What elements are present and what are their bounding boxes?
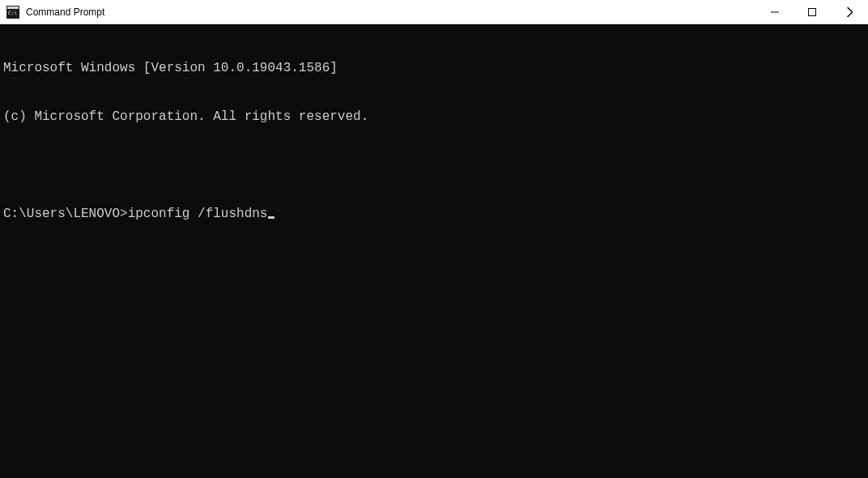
terminal-area[interactable]: Microsoft Windows [Version 10.0.19043.15…: [0, 24, 868, 478]
window-titlebar: C:\ Command Prompt: [0, 0, 868, 24]
window-title: Command Prompt: [26, 6, 104, 18]
terminal-blank-line: [3, 157, 865, 173]
terminal-prompt-line: C:\Users\LENOVO>ipconfig /flushdns: [3, 206, 865, 222]
svg-rect-1: [7, 6, 19, 9]
terminal-command: ipconfig /flushdns: [128, 206, 268, 222]
terminal-cursor: [268, 216, 274, 219]
terminal-output-line: Microsoft Windows [Version 10.0.19043.15…: [3, 60, 865, 76]
cmd-app-icon: C:\: [6, 6, 19, 19]
svg-text:C:\: C:\: [8, 10, 17, 15]
maximize-button[interactable]: [794, 0, 831, 23]
svg-rect-4: [809, 8, 816, 15]
next-button[interactable]: [831, 0, 868, 23]
titlebar-controls: [756, 0, 868, 23]
terminal-output-line: (c) Microsoft Corporation. All rights re…: [3, 109, 865, 125]
titlebar-left: C:\ Command Prompt: [0, 6, 756, 19]
terminal-prompt: C:\Users\LENOVO>: [3, 206, 128, 222]
minimize-button[interactable]: [756, 0, 794, 23]
